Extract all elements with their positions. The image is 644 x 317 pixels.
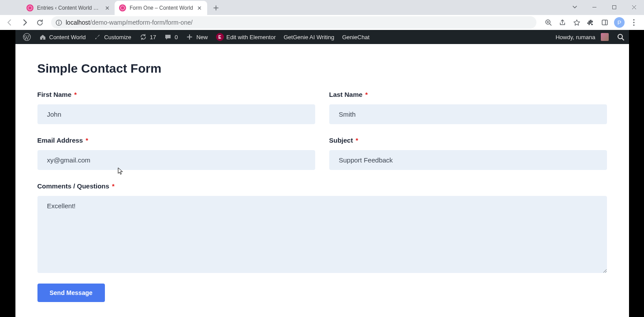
comments-count: 0 bbox=[175, 34, 178, 41]
chevrons-down-icon[interactable] bbox=[565, 0, 584, 14]
email-field: Email Address * bbox=[37, 136, 315, 170]
site-name-link[interactable]: Content World bbox=[35, 30, 90, 44]
getgenie-writing-label: GetGenie AI Writing bbox=[284, 34, 335, 41]
email-input[interactable] bbox=[37, 150, 315, 170]
svg-rect-4 bbox=[602, 20, 607, 25]
customize-link[interactable]: Customize bbox=[89, 30, 135, 44]
window-controls bbox=[565, 0, 644, 14]
comments-link[interactable]: 0 bbox=[160, 30, 182, 44]
tab-strip: Entries ‹ Content World — WordPress ✕ Fo… bbox=[0, 0, 644, 15]
info-icon bbox=[56, 19, 62, 26]
new-label: New bbox=[196, 34, 208, 41]
tab-title: Entries ‹ Content World — WordPress bbox=[37, 5, 101, 11]
svg-rect-0 bbox=[613, 5, 616, 9]
viewport: Content World Customize 17 0 bbox=[0, 30, 644, 317]
new-content-link[interactable]: New bbox=[182, 30, 212, 44]
minimize-button[interactable] bbox=[584, 0, 604, 14]
close-icon[interactable]: ✕ bbox=[197, 5, 203, 11]
subject-input[interactable] bbox=[329, 150, 607, 170]
sidepanel-icon[interactable] bbox=[598, 16, 611, 29]
update-icon bbox=[139, 33, 147, 41]
comments-field: Comments / Questions * bbox=[37, 182, 607, 275]
last-name-input[interactable] bbox=[329, 104, 607, 124]
elementor-label: Edit with Elementor bbox=[227, 34, 276, 41]
svg-point-5 bbox=[633, 19, 634, 20]
wp-admin-bar: Content World Customize 17 0 bbox=[15, 30, 629, 44]
share-icon[interactable] bbox=[556, 16, 569, 29]
tab-form-one[interactable]: Form One – Content World ✕ bbox=[115, 1, 207, 15]
wordpress-favicon bbox=[119, 4, 126, 11]
page-title: Simple Contact Form bbox=[37, 62, 607, 76]
required-mark: * bbox=[365, 91, 368, 98]
svg-point-2 bbox=[59, 21, 60, 22]
page: Content World Customize 17 0 bbox=[15, 30, 629, 317]
zoom-icon[interactable] bbox=[542, 16, 555, 29]
wp-logo[interactable] bbox=[19, 30, 35, 44]
site-name-label: Content World bbox=[49, 34, 86, 41]
updates-count: 17 bbox=[150, 34, 156, 41]
page-content: Simple Contact Form First Name * Last Na… bbox=[15, 44, 629, 317]
reload-button[interactable] bbox=[34, 16, 46, 29]
email-label: Email Address * bbox=[37, 136, 315, 144]
close-window-button[interactable] bbox=[624, 0, 644, 14]
comments-textarea[interactable] bbox=[37, 196, 607, 273]
address-bar[interactable]: localhost/demo-wamp/metform-form/form-on… bbox=[51, 16, 536, 29]
first-name-label: First Name * bbox=[37, 91, 315, 98]
getgenie-writing-link[interactable]: GetGenie AI Writing bbox=[280, 30, 339, 44]
comment-icon bbox=[164, 33, 172, 41]
adminbar-search-button[interactable] bbox=[613, 33, 629, 41]
forward-button[interactable] bbox=[19, 16, 31, 29]
profile-avatar[interactable]: P bbox=[614, 17, 625, 28]
first-name-input[interactable] bbox=[37, 104, 315, 124]
tab-title: Form One – Content World bbox=[130, 5, 193, 11]
svg-point-7 bbox=[633, 24, 634, 26]
browser-toolbar: localhost/demo-wamp/metform-form/form-on… bbox=[0, 15, 644, 30]
extensions-icon[interactable] bbox=[584, 16, 597, 29]
new-tab-button[interactable] bbox=[210, 2, 222, 14]
updates-link[interactable]: 17 bbox=[135, 30, 160, 44]
contact-form: First Name * Last Name * Email Address *… bbox=[37, 91, 607, 275]
required-mark: * bbox=[86, 136, 88, 144]
edit-elementor-link[interactable]: E Edit with Elementor bbox=[212, 30, 280, 44]
customize-label: Customize bbox=[104, 34, 131, 41]
geniechat-label: GenieChat bbox=[342, 34, 369, 41]
last-name-field: Last Name * bbox=[329, 91, 607, 124]
plus-icon bbox=[186, 33, 194, 41]
required-mark: * bbox=[74, 91, 77, 98]
required-mark: * bbox=[112, 182, 115, 190]
bookmark-icon[interactable] bbox=[570, 16, 583, 29]
kebab-menu-icon[interactable] bbox=[627, 16, 640, 29]
subject-field: Subject * bbox=[329, 136, 607, 170]
required-mark: * bbox=[356, 136, 358, 144]
comments-label: Comments / Questions * bbox=[37, 182, 607, 190]
back-button[interactable] bbox=[4, 16, 16, 29]
wordpress-favicon bbox=[26, 4, 34, 11]
first-name-field: First Name * bbox=[37, 91, 315, 124]
geniechat-link[interactable]: GenieChat bbox=[338, 30, 373, 44]
user-avatar bbox=[601, 33, 609, 41]
subject-label: Subject * bbox=[329, 136, 607, 144]
svg-point-6 bbox=[633, 22, 634, 23]
wordpress-icon bbox=[23, 33, 31, 41]
home-icon bbox=[39, 33, 47, 41]
url-text: localhost/demo-wamp/metform-form/form-on… bbox=[66, 19, 193, 26]
toolbar-right: P bbox=[542, 16, 640, 29]
send-message-button[interactable]: Send Message bbox=[37, 284, 105, 302]
howdy-label: Howdy, rumana bbox=[555, 34, 595, 41]
elementor-icon: E bbox=[216, 33, 224, 41]
browser-chrome: Entries ‹ Content World — WordPress ✕ Fo… bbox=[0, 0, 644, 30]
close-icon[interactable]: ✕ bbox=[104, 5, 110, 11]
maximize-button[interactable] bbox=[604, 0, 624, 14]
howdy-account-link[interactable]: Howdy, rumana bbox=[551, 30, 612, 44]
tab-entries[interactable]: Entries ‹ Content World — WordPress ✕ bbox=[22, 1, 115, 15]
last-name-label: Last Name * bbox=[329, 91, 607, 98]
brush-icon bbox=[93, 33, 101, 41]
